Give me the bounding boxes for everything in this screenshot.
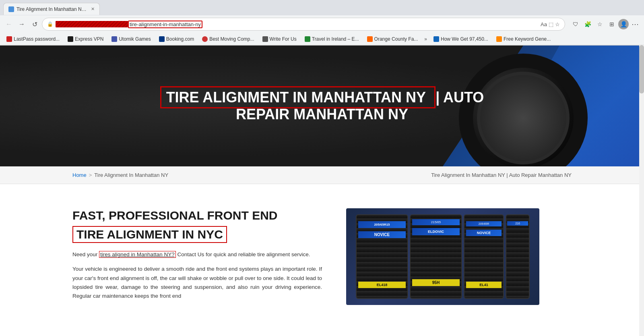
bookmark-bestmoving[interactable]: Best Moving Comp... bbox=[199, 35, 257, 43]
tire-2-label-top: 215/65 bbox=[412, 219, 460, 225]
tire-3: 205/65R NOVICE EL41 bbox=[464, 214, 504, 299]
tire-1: 205/65R15 NOVICE EL418 bbox=[356, 214, 408, 299]
bookmark-writeforus-label: Write For Us bbox=[270, 36, 297, 42]
browser-chrome: Tire Alignment In Manhattan NY | Auto Re… bbox=[0, 0, 644, 46]
tire-3-brand: NOVICE bbox=[466, 230, 502, 236]
section-heading-line2: TIRE ALIGNMENT IN NYC bbox=[72, 226, 227, 243]
hero-title-highlighted: TIRE ALIGNMENT IN MANHATTAN NY bbox=[160, 86, 436, 108]
collections-icon[interactable]: ⊞ bbox=[606, 19, 617, 30]
tire-2-label-bottom: 95H bbox=[412, 279, 460, 286]
bookmark-booking-label: Booking.com bbox=[166, 36, 194, 42]
bookmark-utomik[interactable]: Utomik Games bbox=[108, 35, 154, 43]
breadcrumb-separator: > bbox=[89, 172, 92, 178]
reload-button[interactable]: ↺ bbox=[29, 19, 40, 30]
breadcrumb-right: Tire Alignment In Manhattan NY | Auto Re… bbox=[431, 172, 572, 178]
forward-button[interactable]: → bbox=[16, 19, 27, 30]
bookmark-freekw-label: Free Keyword Gene... bbox=[504, 36, 551, 42]
address-bar-content: tire-alignment-in-manhattan-ny bbox=[56, 21, 537, 28]
bookmark-separator: » bbox=[423, 35, 429, 43]
tires-aligned-link[interactable]: tires aligned in Manhattan NY? bbox=[99, 251, 176, 258]
section-heading-line1: FAST, PROFESSIONAL FRONT END bbox=[72, 208, 322, 223]
lock-icon: 🔒 bbox=[47, 21, 53, 27]
hero-title: TIRE ALIGNMENT IN MANHATTAN NY | AUTO RE… bbox=[141, 89, 503, 123]
bookmark-travel[interactable]: Travel in Ireland – E... bbox=[301, 35, 362, 43]
profile-avatar[interactable]: 👤 bbox=[618, 19, 629, 29]
hero-title-separator: | bbox=[436, 89, 443, 106]
tire-2: 215/65 ELDOVIC 95H bbox=[410, 214, 462, 299]
bookmark-howwe[interactable]: How We Get 97,450... bbox=[430, 35, 491, 43]
bookmark-expressvpn-label: Express VPN bbox=[75, 36, 103, 42]
breadcrumb-left: Home > Tire Alignment In Manhattan NY bbox=[72, 172, 168, 178]
tire-4-partial-label: 216 bbox=[507, 221, 528, 226]
bookmark-travel-label: Travel in Ireland – E... bbox=[312, 36, 359, 42]
stacked-tires: 205/65R15 NOVICE EL418 215/65 ELDOVIC 95… bbox=[346, 208, 539, 305]
booking-favicon bbox=[159, 36, 165, 42]
orange-favicon bbox=[367, 36, 373, 42]
reader-icon[interactable]: Aa bbox=[541, 21, 547, 27]
bookmark-howwe-label: How We Get 97,450... bbox=[441, 36, 488, 42]
howwe-favicon bbox=[433, 36, 439, 42]
writeforus-favicon bbox=[262, 36, 268, 42]
bookmark-booking[interactable]: Booking.com bbox=[156, 35, 197, 43]
active-tab[interactable]: Tire Alignment In Manhattan NY | Auto Re… bbox=[3, 3, 100, 15]
screenshot-icon[interactable]: ⬚ bbox=[549, 21, 553, 27]
extensions-icon[interactable]: 🧩 bbox=[582, 19, 593, 30]
nav-bar: ← → ↺ 🔒 tire-alignment-in-manhattan-ny A… bbox=[0, 15, 644, 33]
tire-1-label-top: 205/65R15 bbox=[358, 221, 406, 228]
star-icon[interactable]: ☆ bbox=[555, 21, 560, 27]
freekw-favicon bbox=[496, 36, 502, 42]
breadcrumb-section: Home > Tire Alignment In Manhattan NY Ti… bbox=[0, 166, 644, 184]
content-paragraph-1: Need your tires aligned in Manhattan NY?… bbox=[72, 250, 322, 259]
tire-2-brand: ELDOVIC bbox=[412, 228, 460, 235]
shield-icon[interactable]: 🛡 bbox=[570, 19, 581, 30]
tab-title: Tire Alignment In Manhattan NY | Auto Re… bbox=[17, 6, 88, 12]
travel-favicon bbox=[305, 36, 310, 42]
content-right: 205/65R15 NOVICE EL418 215/65 ELDOVIC 95… bbox=[346, 208, 539, 306]
content-spacer bbox=[0, 184, 644, 200]
bookmark-expressvpn[interactable]: Express VPN bbox=[64, 35, 107, 43]
expressvpn-favicon bbox=[68, 36, 73, 42]
tire-image: 205/65R15 NOVICE EL418 215/65 ELDOVIC 95… bbox=[346, 208, 539, 305]
address-redacted bbox=[56, 21, 128, 27]
tire-3-label-top: 205/65R bbox=[466, 221, 502, 226]
address-bar[interactable]: 🔒 tire-alignment-in-manhattan-ny Aa ⬚ ☆ bbox=[42, 18, 565, 31]
bookmark-orange[interactable]: Orange County Fa... bbox=[364, 35, 421, 43]
content-left: FAST, PROFESSIONAL FRONT END TIRE ALIGNM… bbox=[72, 208, 322, 306]
breadcrumb-home-link[interactable]: Home bbox=[72, 172, 87, 178]
hero-section: TIRE ALIGNMENT IN MANHATTAN NY | AUTO RE… bbox=[0, 46, 644, 166]
favorites-icon[interactable]: ☆ bbox=[594, 19, 605, 30]
more-options-button[interactable]: ⋯ bbox=[630, 19, 641, 30]
bookmark-orange-label: Orange County Fa... bbox=[374, 36, 418, 42]
scrollbar-thumb[interactable] bbox=[639, 45, 644, 93]
bookmark-writeforus[interactable]: Write For Us bbox=[259, 35, 300, 43]
bookmark-lastpass[interactable]: LastPass password... bbox=[3, 35, 63, 43]
address-visible: tire-alignment-in-manhattan-ny bbox=[128, 21, 202, 28]
lastpass-favicon bbox=[6, 36, 12, 42]
tire-1-label-bottom: EL418 bbox=[358, 282, 406, 288]
scrollbar[interactable] bbox=[639, 45, 644, 314]
tire-3-label-bottom: EL41 bbox=[466, 282, 502, 288]
content-paragraph-2: Your vehicle is engineered to deliver a … bbox=[72, 265, 322, 301]
bestmoving-favicon bbox=[202, 36, 208, 42]
main-content: FAST, PROFESSIONAL FRONT END TIRE ALIGNM… bbox=[0, 200, 644, 314]
tab-favicon bbox=[8, 6, 14, 12]
utomik-favicon bbox=[111, 36, 117, 42]
bookmark-freekw[interactable]: Free Keyword Gene... bbox=[493, 35, 554, 43]
tire-4-partial: 216 bbox=[506, 214, 530, 299]
breadcrumb-current: Tire Alignment In Manhattan NY bbox=[94, 172, 168, 178]
tab-close-button[interactable]: ✕ bbox=[91, 6, 95, 12]
browser-toolbar-icons: 🛡 🧩 ☆ ⊞ 👤 ⋯ bbox=[570, 19, 641, 30]
back-button[interactable]: ← bbox=[3, 19, 14, 30]
bookmark-utomik-label: Utomik Games bbox=[119, 36, 151, 42]
bookmarks-bar: LastPass password... Express VPN Utomik … bbox=[0, 33, 644, 45]
address-bar-icons: Aa ⬚ ☆ bbox=[541, 21, 560, 27]
tab-bar: Tire Alignment In Manhattan NY | Auto Re… bbox=[0, 0, 644, 15]
tire-1-brand: NOVICE bbox=[358, 231, 406, 238]
bookmark-bestmoving-label: Best Moving Comp... bbox=[209, 36, 254, 42]
bookmark-lastpass-label: LastPass password... bbox=[14, 36, 60, 42]
